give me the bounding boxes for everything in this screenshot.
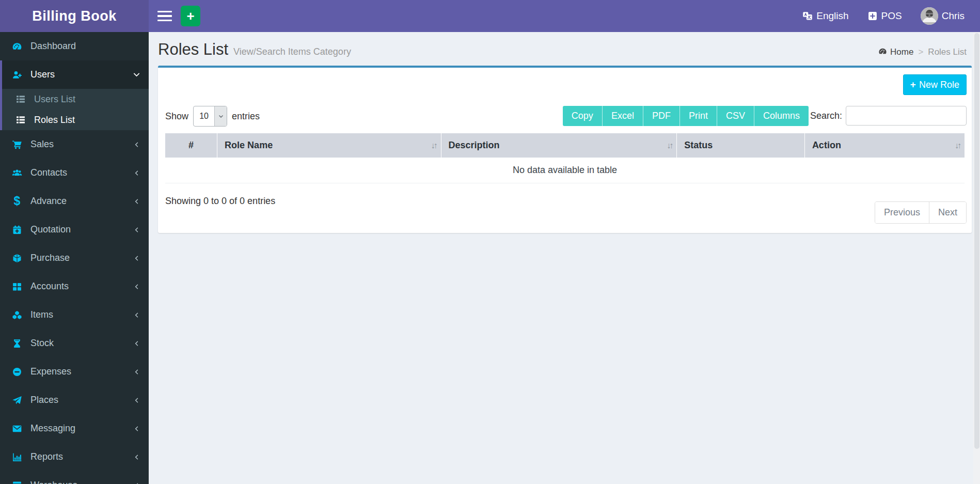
previous-page-button[interactable]: Previous bbox=[875, 202, 929, 223]
quick-add-button[interactable]: + bbox=[181, 6, 200, 26]
envelope-icon bbox=[11, 423, 23, 435]
page-length-select[interactable]: 10 bbox=[193, 106, 227, 127]
sidebar-item-label: Dashboard bbox=[30, 41, 149, 52]
list-icon bbox=[14, 93, 27, 105]
column-label: Role Name bbox=[225, 140, 273, 150]
next-page-button[interactable]: Next bbox=[929, 202, 966, 223]
users-icon bbox=[11, 167, 23, 179]
export-columns-button[interactable]: Columns bbox=[754, 106, 809, 126]
sidebar-item-expenses: Expenses bbox=[0, 357, 149, 386]
sidebar-link-advance[interactable]: $Advance bbox=[2, 187, 149, 215]
table-header-row: #Role Name↓↑Description↓↑StatusAction↓↑ bbox=[165, 133, 965, 158]
dollar-icon: $ bbox=[11, 195, 23, 208]
export-csv-button[interactable]: CSV bbox=[717, 106, 754, 126]
sidebar-toggle-button[interactable] bbox=[157, 11, 172, 21]
breadcrumb-current: Roles List bbox=[928, 47, 967, 57]
column-header-description[interactable]: Description↓↑ bbox=[441, 133, 677, 158]
sidebar-item-places: Places bbox=[0, 386, 149, 414]
sidebar-item-contacts: Contacts bbox=[0, 159, 149, 187]
column-header-action[interactable]: Action↓↑ bbox=[804, 133, 965, 158]
column-header-index[interactable]: # bbox=[165, 133, 217, 158]
search-control: Search: bbox=[810, 106, 967, 126]
sidebar-link-quotation[interactable]: Quotation bbox=[2, 215, 149, 244]
chevron-left-icon bbox=[133, 169, 140, 177]
sidebar-item-label: Accounts bbox=[30, 281, 133, 292]
sidebar-link-expenses[interactable]: Expenses bbox=[2, 357, 149, 386]
chevron-left-icon bbox=[133, 283, 140, 290]
plus-square-icon bbox=[867, 11, 878, 21]
sidebar-item-purchase: Purchase bbox=[0, 244, 149, 272]
sidebar-subitem-users-list: Users List bbox=[2, 89, 149, 110]
breadcrumb-home[interactable]: Home bbox=[878, 47, 913, 57]
export-print-button[interactable]: Print bbox=[680, 106, 717, 126]
sidebar-link-reports[interactable]: Reports bbox=[2, 443, 149, 471]
export-buttons: CopyExcelPDFPrintCSVColumns bbox=[563, 106, 809, 126]
pos-label: POS bbox=[881, 10, 902, 22]
brand-logo[interactable]: Billing Book bbox=[0, 0, 149, 32]
sidebar-item-items: Items bbox=[0, 301, 149, 329]
sidebar-submenu: Users ListRoles List bbox=[2, 89, 149, 130]
sidebar-item-label: Advance bbox=[30, 196, 133, 207]
sidebar-link-contacts[interactable]: Contacts bbox=[2, 159, 149, 187]
chevron-left-icon bbox=[133, 141, 140, 148]
roles-table: #Role Name↓↑Description↓↑StatusAction↓↑ … bbox=[165, 133, 965, 183]
sidebar-subitem-label: Roles List bbox=[34, 115, 149, 126]
sidebar-menu: DashboardUsersUsers ListRoles ListSalesC… bbox=[0, 32, 149, 484]
sidebar-link-users[interactable]: Users bbox=[2, 60, 149, 89]
sidebar-item-label: Stock bbox=[30, 338, 133, 349]
table-controls: Show 10 entries CopyExcelPDFPrintCSVColu… bbox=[163, 105, 967, 127]
sidebar-item-dashboard: Dashboard bbox=[0, 32, 149, 60]
export-pdf-button[interactable]: PDF bbox=[643, 106, 680, 126]
breadcrumb-separator: > bbox=[918, 47, 923, 57]
column-header-status[interactable]: Status bbox=[677, 133, 805, 158]
dashboard-icon bbox=[878, 47, 887, 57]
sidebar-link-accounts[interactable]: Accounts bbox=[2, 272, 149, 301]
cube-icon bbox=[11, 252, 23, 264]
sidebar-link-purchase[interactable]: Purchase bbox=[2, 244, 149, 272]
sidebar-link-sales[interactable]: Sales bbox=[2, 130, 149, 159]
breadcrumb: Home > Roles List bbox=[878, 47, 967, 57]
new-role-button[interactable]: + New Role bbox=[903, 74, 967, 95]
grid-icon bbox=[11, 280, 23, 293]
page-subtitle: View/Search Items Category bbox=[233, 46, 351, 57]
search-input[interactable] bbox=[846, 106, 967, 126]
chevron-down-icon bbox=[133, 71, 140, 79]
sidebar-sublink-roles-list[interactable]: Roles List bbox=[2, 110, 149, 130]
sidebar-link-stock[interactable]: Stock bbox=[2, 329, 149, 357]
hourglass-icon bbox=[11, 337, 23, 350]
sidebar-item-label: Items bbox=[30, 309, 133, 320]
column-header-role-name[interactable]: Role Name↓↑ bbox=[217, 133, 441, 158]
page-length-value: 10 bbox=[194, 106, 214, 126]
sidebar-link-items[interactable]: Items bbox=[2, 301, 149, 329]
sidebar-link-dashboard[interactable]: Dashboard bbox=[2, 32, 149, 60]
sidebar-subitem-roles-list: Roles List bbox=[2, 110, 149, 130]
list-icon bbox=[14, 114, 27, 126]
plus-icon: + bbox=[910, 79, 916, 90]
user-menu[interactable]: Chris bbox=[921, 7, 965, 25]
sidebar-item-advance: $Advance bbox=[0, 187, 149, 215]
sidebar-link-messaging[interactable]: Messaging bbox=[2, 414, 149, 443]
pagination: Previous Next bbox=[875, 201, 967, 224]
sidebar-item-label: Expenses bbox=[30, 366, 133, 377]
sidebar-item-stock: Stock bbox=[0, 329, 149, 357]
navbar-body: + English POS Chris bbox=[149, 0, 980, 32]
scrollbar[interactable] bbox=[973, 32, 980, 484]
user-name: Chris bbox=[942, 10, 965, 22]
scrollbar-thumb[interactable] bbox=[974, 33, 979, 449]
export-excel-button[interactable]: Excel bbox=[603, 106, 643, 126]
sidebar-link-places[interactable]: Places bbox=[2, 386, 149, 414]
export-copy-button[interactable]: Copy bbox=[563, 106, 603, 126]
sidebar-subitem-label: Users List bbox=[34, 94, 149, 105]
sidebar-item-label: Users bbox=[30, 69, 133, 80]
chevron-left-icon bbox=[133, 397, 140, 404]
pos-button[interactable]: POS bbox=[867, 10, 902, 22]
sidebar-sublink-users-list[interactable]: Users List bbox=[2, 89, 149, 110]
chevron-left-icon bbox=[133, 255, 140, 262]
sidebar-item-users: UsersUsers ListRoles List bbox=[0, 60, 149, 130]
sidebar-link-warehouse[interactable]: Warehouse bbox=[2, 471, 149, 484]
sidebar-item-label: Quotation bbox=[30, 224, 133, 235]
empty-message: No data available in table bbox=[165, 158, 965, 183]
language-menu[interactable]: English bbox=[802, 10, 848, 22]
sidebar-item-warehouse: Warehouse bbox=[0, 471, 149, 484]
sidebar-item-label: Places bbox=[30, 395, 133, 405]
